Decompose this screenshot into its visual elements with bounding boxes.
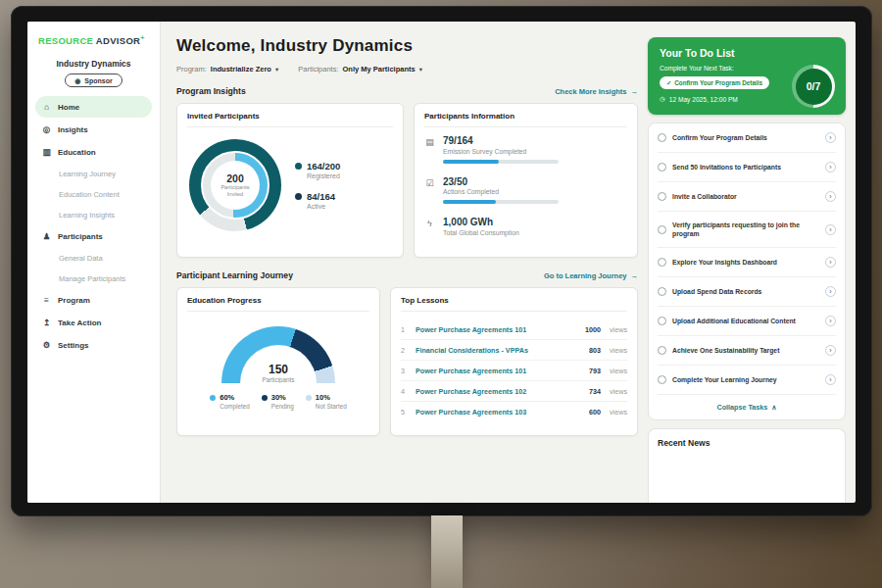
info-col: 1,000 GWh Total Global Consumption: [443, 217, 627, 236]
lesson-views: 600: [589, 408, 601, 416]
task-label: Verify participants requesting to join t…: [672, 220, 819, 238]
todo-task-upload-spend-data-records: Upload Spend Data Records ›: [658, 277, 836, 307]
card-title-lessons: Top Lessons: [401, 296, 627, 312]
recent-news-title: Recent News: [658, 438, 836, 448]
sidebar-item-participants[interactable]: ♟ Participants: [35, 225, 152, 247]
lesson-views-unit: views: [610, 367, 627, 375]
program-icon: ≡: [41, 296, 52, 305]
legend-dot: [210, 395, 216, 401]
task-checkbox[interactable]: [658, 163, 666, 172]
legend-dot: [262, 395, 268, 401]
legend-item-active: 84/164 Active: [295, 191, 340, 210]
lesson-row-power-purchase-agreements-101: 1 Power Purchase Agreements 101 1000 vie…: [401, 319, 627, 340]
legend-value: 60%: [220, 393, 234, 402]
chevron-right-icon[interactable]: ›: [825, 191, 836, 202]
task-checkbox[interactable]: [658, 258, 666, 267]
filter-dropdown-participants[interactable]: Participants: Only My Participants ▾: [298, 65, 422, 74]
task-checkbox[interactable]: [658, 375, 666, 384]
task-label: Invite a Collaborator: [672, 192, 819, 201]
gauge-center: 150 Participants: [221, 364, 335, 383]
sidebar-item-general-data[interactable]: General Data: [35, 248, 152, 268]
lesson-title-link[interactable]: Power Purchase Agreements 102: [416, 387, 582, 396]
task-label: Explore Your Insights Dashboard: [672, 258, 819, 267]
sidebar-item-education-content[interactable]: Education Content: [35, 184, 152, 204]
sidebar-item-label: Learning Insights: [59, 211, 115, 220]
settings-icon: ⚙: [41, 341, 52, 350]
task-label: Send 50 Invitations to Participants: [672, 163, 819, 172]
chevron-right-icon[interactable]: ›: [825, 162, 836, 172]
sponsor-badge[interactable]: ◉ Sponsor: [65, 74, 122, 87]
sidebar-item-home[interactable]: ⌂ Home: [35, 96, 152, 118]
filter-label: Program:: [176, 65, 207, 74]
invited-legend: 164/200 Registered 84/164: [295, 161, 340, 210]
todo-task-confirm-your-program-details: Confirm Your Program Details ›: [658, 123, 836, 153]
card-title-info: Participants Information: [424, 112, 627, 127]
chevron-right-icon[interactable]: ›: [825, 374, 836, 385]
chevron-right-icon[interactable]: ›: [825, 224, 836, 235]
task-checkbox[interactable]: [658, 133, 666, 142]
todo-title: Your To Do List: [660, 47, 834, 59]
lesson-views-unit: views: [610, 346, 627, 355]
next-task-pill[interactable]: ✓ Confirm Your Program Details: [660, 76, 769, 89]
chevron-right-icon[interactable]: ›: [825, 257, 836, 268]
lesson-rank: 1: [401, 325, 409, 334]
legend-dot: [295, 163, 302, 170]
info-value: 1,000 GWh: [443, 217, 627, 227]
info-value: 79/164: [443, 135, 627, 146]
todo-task-invite-a-collaborator: Invite a Collaborator ›: [658, 182, 836, 212]
task-checkbox[interactable]: [658, 287, 666, 296]
check-more-insights-link[interactable]: Check More Insights →: [555, 87, 638, 96]
sidebar-item-label: General Data: [59, 254, 103, 263]
insights-icon: ◎: [41, 125, 52, 134]
todo-task-upload-additional-educational-content: Upload Additional Educational Content ›: [658, 307, 836, 336]
sidebar-item-take-action[interactable]: ↥ Take Action: [35, 312, 152, 333]
todo-panel: Your To Do List Complete Your Next Task:…: [648, 22, 856, 503]
lesson-views-unit: views: [610, 325, 627, 334]
filter-dropdown-program[interactable]: Program: Industrialize Zero ▾: [176, 65, 278, 74]
collapse-tasks-button[interactable]: Collapse Tasks ∧: [658, 395, 836, 419]
lesson-title-link[interactable]: Power Purchase Agreements 101: [416, 367, 582, 375]
sidebar-item-learning-journey[interactable]: Learning Journey: [35, 164, 152, 183]
sidebar-item-label: Home: [58, 103, 79, 112]
sidebar-item-program[interactable]: ≡ Program: [35, 289, 152, 311]
next-task-label: Confirm Your Program Details: [674, 79, 762, 86]
sidebar-item-manage-participants[interactable]: Manage Participants: [35, 269, 152, 288]
task-checkbox[interactable]: [658, 346, 666, 355]
task-checkbox[interactable]: [658, 225, 666, 234]
sidebar-item-settings[interactable]: ⚙ Settings: [35, 334, 152, 356]
lesson-views-unit: views: [610, 387, 627, 396]
link-label: Check More Insights: [555, 87, 626, 96]
sidebar-item-insights[interactable]: ◎ Insights: [35, 119, 152, 140]
sidebar-item-label: Program: [58, 296, 90, 305]
chevron-right-icon[interactable]: ›: [825, 345, 836, 356]
todo-task-explore-your-insights-dashboard: Explore Your Insights Dashboard ›: [658, 248, 836, 277]
gauge-legend: 60% Completed 30%: [210, 393, 346, 410]
lesson-title-link[interactable]: Power Purchase Agreements 103: [416, 408, 582, 416]
chevron-right-icon[interactable]: ›: [825, 286, 836, 297]
todo-due-text: 12 May 2025, 12:00 PM: [669, 96, 738, 103]
logo-resource: RESOURCE: [38, 35, 93, 46]
chevron-down-icon: ▾: [419, 66, 422, 74]
gauge-value: 150: [221, 364, 335, 376]
sidebar-item-label: Settings: [58, 341, 89, 350]
chevron-right-icon[interactable]: ›: [825, 316, 836, 326]
legend-value: 30%: [271, 393, 286, 402]
lesson-title-link[interactable]: Financial Considerations - VPPAs: [416, 346, 582, 355]
info-row-total-global-consumption: ϟ 1,000 GWh Total Global Consumption: [424, 217, 627, 236]
arrow-right-icon: →: [631, 271, 639, 280]
sidebar-nav: ⌂ Home ◎ Insights ▥ Education: [35, 96, 152, 356]
gauge-label: Participants: [221, 376, 335, 383]
task-label: Complete Your Learning Journey: [672, 375, 819, 384]
task-label: Upload Spend Data Records: [672, 287, 819, 296]
lesson-title-link[interactable]: Power Purchase Agreements 101: [416, 325, 578, 334]
lesson-rank: 3: [401, 367, 409, 375]
go-to-learning-journey-link[interactable]: Go to Learning Journey →: [544, 271, 638, 280]
sidebar-item-education[interactable]: ▥ Education: [35, 141, 152, 163]
sidebar-item-learning-insights[interactable]: Learning Insights: [35, 205, 152, 224]
chevron-right-icon[interactable]: ›: [825, 132, 836, 143]
education-gauge: 150 Participants 60%: [187, 319, 369, 410]
legend-dot: [306, 395, 312, 401]
task-checkbox[interactable]: [658, 317, 666, 325]
gauge-legend-top: 30%: [262, 393, 294, 402]
task-checkbox[interactable]: [658, 192, 666, 201]
